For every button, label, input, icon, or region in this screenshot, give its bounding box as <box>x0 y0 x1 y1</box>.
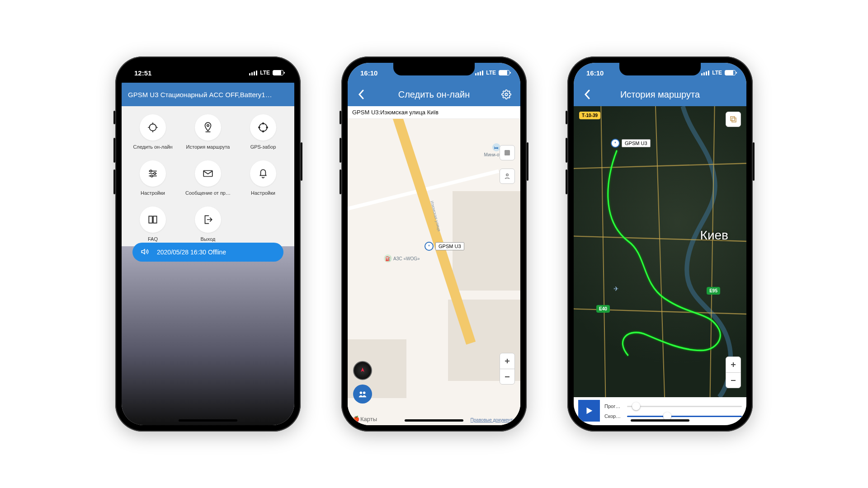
play-button[interactable] <box>578 400 600 422</box>
page-title: Следить он-лайн <box>398 89 470 100</box>
map-streetview-button[interactable] <box>500 169 515 184</box>
svg-point-4 <box>266 127 268 128</box>
tile-label: Настройки <box>251 190 275 196</box>
network-label: LTE <box>260 70 270 76</box>
road-badge: Т-10-39 <box>579 112 600 119</box>
svg-point-0 <box>149 124 156 131</box>
tile-gps-fence[interactable]: GPS-забор <box>236 114 291 150</box>
city-label: Киев <box>700 228 728 243</box>
group-button[interactable] <box>353 385 372 404</box>
tile-track-online[interactable]: Следить он-лайн <box>125 114 180 150</box>
mail-icon <box>195 160 221 187</box>
phone-live-track: 16:10 LTE Следить он-лайн GPSM U3:Изюмск… <box>341 56 527 432</box>
tile-logout[interactable]: Выход <box>180 206 236 242</box>
svg-point-6 <box>263 131 264 132</box>
map-credit: 🍎Карты <box>352 416 377 422</box>
sliders-icon <box>140 160 166 187</box>
zoom-out-button[interactable] <box>726 372 741 388</box>
phone-menu: 12:51 LTE GPSM U3 Стационарный ACC OFF,B… <box>115 56 301 432</box>
status-time: 16:10 <box>360 69 377 77</box>
page-title: История маршрута <box>620 89 700 100</box>
map-view[interactable]: Изюмская улица 🛏 Мини-отель ⛽АЗС «WOG» G… <box>348 119 520 425</box>
svg-point-13 <box>506 174 509 176</box>
tile-label: Выход <box>201 236 216 242</box>
menu-grid: Следить он-лайнИстория маршрутаGPS-забор… <box>122 106 294 246</box>
battery-icon <box>499 70 509 75</box>
arrow-icon <box>611 139 620 148</box>
bell-icon <box>250 160 276 187</box>
exit-icon <box>195 206 221 233</box>
speed-slider[interactable] <box>627 416 742 417</box>
svg-point-3 <box>259 127 260 128</box>
app-bar: История маршрута <box>574 83 746 106</box>
battery-icon <box>725 70 736 75</box>
tile-label: Сообщение от пр… <box>185 190 231 196</box>
signal-icon <box>475 70 483 75</box>
sound-icon <box>141 248 149 257</box>
satellite-map[interactable]: Т-10-39 GPSM U3 Киев Е95 Е40 ✈ <box>574 106 746 397</box>
svg-point-5 <box>263 123 264 124</box>
zoom-control <box>726 357 741 388</box>
tile-route-history[interactable]: История маршрута <box>180 114 236 150</box>
settings-button[interactable] <box>500 89 512 100</box>
gas-icon: ⛽ <box>384 254 392 263</box>
signal-icon <box>249 70 257 75</box>
signal-icon <box>701 70 709 75</box>
skyline-image: 2020/05/28 16:30 Offline <box>122 246 294 425</box>
status-bar: 16:10 LTE <box>348 63 520 83</box>
zoom-in-button[interactable] <box>726 357 741 372</box>
progress-slider[interactable] <box>627 406 742 407</box>
speed-label: Скор… <box>604 413 624 419</box>
poi-gas[interactable]: ⛽АЗС «WOG» <box>384 254 420 263</box>
status-bar: 16:10 LTE <box>574 63 746 83</box>
status-text: 2020/05/28 16:30 Offline <box>157 249 226 256</box>
target-icon <box>140 114 166 141</box>
map-layers-button[interactable] <box>500 145 515 160</box>
home-indicator[interactable] <box>631 419 689 422</box>
battery-icon <box>273 70 283 75</box>
zoom-in-button[interactable] <box>500 353 514 369</box>
network-label: LTE <box>486 70 496 76</box>
highway-badge: Е40 <box>596 305 610 313</box>
tile-faq[interactable]: FAQ <box>125 206 180 242</box>
back-button[interactable] <box>582 89 593 100</box>
marker-label: GPSM U3 <box>622 139 651 147</box>
airport-icon: ✈ <box>613 285 619 292</box>
app-title-bar: GPSM U3 Стационарный ACC OFF,Battery1… <box>122 83 294 106</box>
location-subtitle: GPSM U3:Изюмская улица Київ <box>348 106 520 119</box>
status-bar: 12:51 LTE <box>122 63 294 83</box>
svg-point-14 <box>360 392 363 394</box>
svg-point-7 <box>150 170 152 172</box>
svg-point-11 <box>505 93 508 96</box>
svg-rect-12 <box>505 150 510 155</box>
book-icon <box>140 206 166 233</box>
compass-button[interactable] <box>353 361 372 380</box>
legal-link[interactable]: Правовые документы <box>471 418 516 422</box>
phone-route-history: 16:10 LTE История маршрута <box>567 56 753 432</box>
tile-label: Настройки <box>141 190 165 196</box>
back-button[interactable] <box>356 89 367 100</box>
tile-label: GPS-забор <box>250 144 276 150</box>
pin-icon <box>195 114 221 141</box>
device-marker[interactable]: GPSM U3 <box>425 242 464 251</box>
progress-label: Прог… <box>604 404 624 409</box>
tile-messages[interactable]: Сообщение от пр… <box>180 160 236 196</box>
tile-alerts[interactable]: Настройки <box>236 160 291 196</box>
device-marker[interactable]: GPSM U3 <box>611 139 651 148</box>
tile-label: Следить он-лайн <box>133 144 172 150</box>
layers-button[interactable] <box>726 112 741 127</box>
status-time: 16:10 <box>586 69 604 77</box>
svg-rect-16 <box>731 117 735 121</box>
network-label: LTE <box>712 70 722 76</box>
app-bar: Следить он-лайн <box>348 83 520 106</box>
svg-point-8 <box>154 173 156 174</box>
home-indicator[interactable] <box>179 419 237 422</box>
marker-label: GPSM U3 <box>435 242 464 250</box>
tile-settings[interactable]: Настройки <box>125 160 180 196</box>
home-indicator[interactable] <box>405 419 463 422</box>
svg-rect-10 <box>203 171 212 177</box>
svg-point-15 <box>363 392 366 394</box>
svg-point-2 <box>259 123 267 131</box>
status-pill[interactable]: 2020/05/28 16:30 Offline <box>132 243 283 262</box>
zoom-out-button[interactable] <box>500 369 514 384</box>
